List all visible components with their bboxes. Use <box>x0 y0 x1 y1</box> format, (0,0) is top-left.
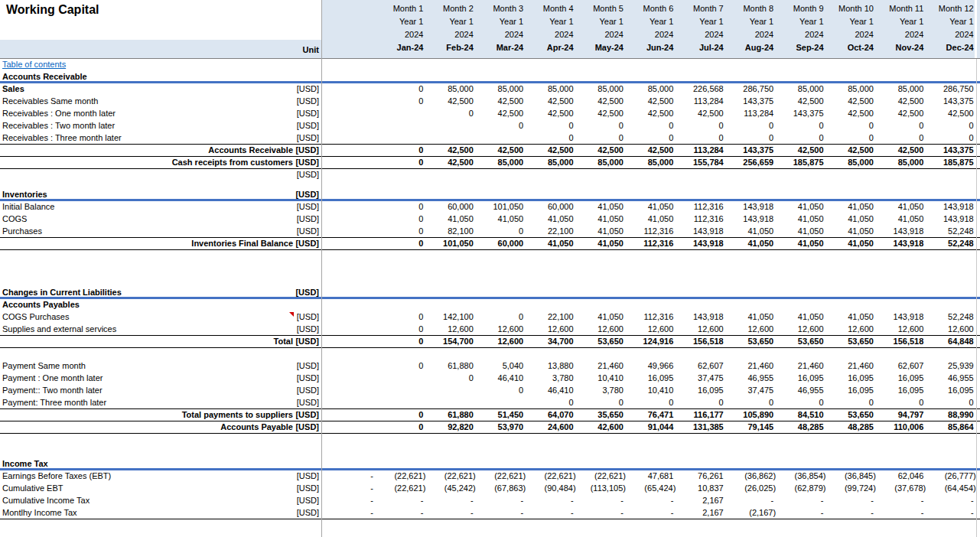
value-cell[interactable] <box>321 311 376 324</box>
value-cell[interactable] <box>627 189 676 199</box>
value-cell[interactable]: (90,484) <box>526 483 576 495</box>
month-column-header[interactable]: Month 8Year 12024Aug-24 <box>727 2 777 54</box>
value-cell[interactable]: 34,700 <box>526 336 576 347</box>
row-label[interactable]: COGS Purchases <box>0 311 295 324</box>
value-cell[interactable] <box>321 238 376 249</box>
value-cell[interactable]: (36,862) <box>727 470 777 483</box>
value-cell[interactable]: 143,918 <box>877 226 926 237</box>
value-cell[interactable]: 85,000 <box>877 83 926 96</box>
value-cell[interactable] <box>777 299 826 311</box>
value-cell[interactable]: 41,050 <box>627 201 676 213</box>
value-cell[interactable]: 12,600 <box>877 324 926 335</box>
value-cell[interactable] <box>676 71 726 81</box>
row-label[interactable]: Payment Same month <box>0 360 295 373</box>
value-cell[interactable]: 85,000 <box>426 83 476 96</box>
value-cell[interactable] <box>777 169 826 181</box>
value-cell[interactable] <box>321 287 376 297</box>
value-cell[interactable]: - <box>376 495 426 507</box>
value-cell[interactable]: 42,500 <box>477 108 526 120</box>
value-cell[interactable]: 0 <box>777 397 826 408</box>
value-cell[interactable]: 12,600 <box>676 324 726 335</box>
value-cell[interactable]: 42,500 <box>526 96 576 108</box>
value-cell[interactable]: 0 <box>926 132 976 144</box>
value-cell[interactable]: 41,050 <box>577 213 627 226</box>
value-cell[interactable]: 256,659 <box>727 157 777 168</box>
value-cell[interactable]: 12,600 <box>477 336 526 347</box>
value-cell[interactable]: 46,955 <box>727 373 777 385</box>
value-cell[interactable]: 48,285 <box>827 421 877 433</box>
row-label[interactable]: Earnings Before Taxes (EBT) <box>0 470 295 483</box>
value-cell[interactable]: 0 <box>727 397 777 408</box>
value-cell[interactable] <box>926 458 976 468</box>
row-unit[interactable]: [USD] <box>295 213 321 226</box>
value-cell[interactable]: 85,000 <box>526 83 576 96</box>
section-title[interactable]: Changes in Current Liabilities <box>0 287 295 297</box>
row-unit[interactable]: [USD] <box>295 360 321 373</box>
value-cell[interactable]: - <box>577 507 627 519</box>
value-cell[interactable]: 42,500 <box>426 145 476 156</box>
value-cell[interactable]: 41,050 <box>477 213 526 226</box>
value-cell[interactable]: 0 <box>376 324 426 335</box>
value-cell[interactable]: - <box>321 470 376 483</box>
value-cell[interactable] <box>376 120 426 132</box>
value-cell[interactable]: 85,000 <box>477 157 526 168</box>
value-cell[interactable] <box>676 189 726 199</box>
row-label[interactable]: Total payments to suppliers <box>0 409 295 421</box>
value-cell[interactable]: - <box>477 507 526 519</box>
value-cell[interactable]: 41,050 <box>627 213 676 226</box>
value-cell[interactable]: 42,500 <box>827 145 877 156</box>
value-cell[interactable]: - <box>526 495 576 507</box>
value-cell[interactable] <box>777 458 826 468</box>
value-cell[interactable]: 85,000 <box>627 83 676 96</box>
value-cell[interactable] <box>426 120 476 132</box>
value-cell[interactable]: 42,500 <box>627 96 676 108</box>
value-cell[interactable]: 0 <box>627 397 676 408</box>
row-label[interactable]: COGS <box>0 213 295 226</box>
value-cell[interactable] <box>376 299 426 311</box>
value-cell[interactable]: 0 <box>376 145 426 156</box>
month-column-header[interactable]: Month 3Year 12024Mar-24 <box>477 2 526 54</box>
value-cell[interactable] <box>321 299 376 311</box>
value-cell[interactable]: 46,955 <box>926 373 976 385</box>
value-cell[interactable]: 85,000 <box>477 83 526 96</box>
value-cell[interactable]: 0 <box>676 132 726 144</box>
value-cell[interactable]: 35,650 <box>577 409 627 421</box>
row-unit[interactable]: [USD] <box>295 226 321 237</box>
value-cell[interactable]: 42,500 <box>526 145 576 156</box>
value-cell[interactable] <box>321 421 376 433</box>
value-cell[interactable]: 84,510 <box>777 409 826 421</box>
value-cell[interactable] <box>477 189 526 199</box>
value-cell[interactable] <box>526 189 576 199</box>
value-cell[interactable]: 0 <box>827 397 877 408</box>
value-cell[interactable] <box>321 409 376 421</box>
value-cell[interactable]: - <box>321 483 376 495</box>
value-cell[interactable] <box>376 385 426 397</box>
value-cell[interactable] <box>577 71 627 81</box>
value-cell[interactable]: 12,600 <box>727 324 777 335</box>
value-cell[interactable]: 12,600 <box>426 324 476 335</box>
value-cell[interactable]: 46,410 <box>526 385 576 397</box>
value-cell[interactable]: 143,918 <box>926 201 976 213</box>
value-cell[interactable]: 0 <box>926 120 976 132</box>
value-cell[interactable]: (22,621) <box>376 470 426 483</box>
value-cell[interactable]: 112,316 <box>676 213 726 226</box>
value-cell[interactable] <box>376 169 426 181</box>
value-cell[interactable]: 113,284 <box>676 145 726 156</box>
value-cell[interactable]: 82,100 <box>426 226 476 237</box>
value-cell[interactable]: (26,777) <box>926 470 976 483</box>
row-unit[interactable]: [USD] <box>295 397 321 408</box>
row-label[interactable]: Receivables Same month <box>0 96 295 108</box>
value-cell[interactable]: (64,454) <box>926 483 976 495</box>
value-cell[interactable]: 41,050 <box>577 201 627 213</box>
value-cell[interactable]: 0 <box>376 96 426 108</box>
row-unit[interactable]: [USD] <box>295 385 321 397</box>
value-cell[interactable]: 143,375 <box>727 96 777 108</box>
value-cell[interactable]: 60,000 <box>477 238 526 249</box>
value-cell[interactable]: 5,040 <box>477 360 526 373</box>
row-label[interactable]: Accounts Receivable <box>0 145 295 156</box>
value-cell[interactable]: 22,100 <box>526 311 576 324</box>
row-label[interactable]: Montlhy Income Tax <box>0 507 295 519</box>
value-cell[interactable]: 21,460 <box>827 360 877 373</box>
value-cell[interactable]: 0 <box>426 108 476 120</box>
row-label[interactable]: Total <box>0 336 295 347</box>
